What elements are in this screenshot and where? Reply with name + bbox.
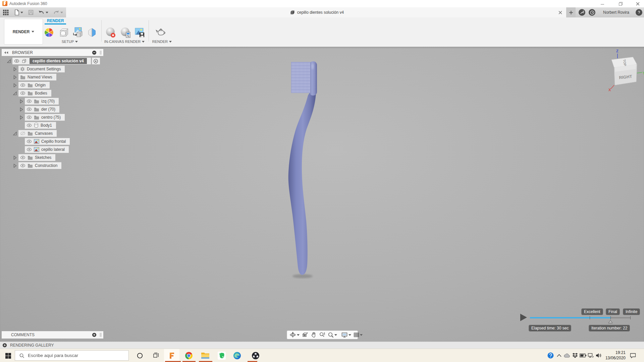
tree-item-der[interactable]: der (70) [2,106,100,113]
taskbar-chrome-icon[interactable] [184,351,193,360]
help-icon[interactable] [636,9,642,16]
visibility-eye-icon[interactable] [26,147,32,152]
search-input[interactable] [28,353,115,358]
collapsed-arrow-icon[interactable] [12,67,17,72]
tab-render[interactable]: RENDER [47,18,64,23]
collapsed-arrow-icon[interactable] [12,163,17,168]
setup-group-label[interactable]: SETUP [54,40,86,44]
tree-item-canvases[interactable]: Canvases [2,130,100,137]
render-play-button[interactable] [520,314,527,321]
start-button-icon[interactable] [5,353,11,359]
slider-marker[interactable] [608,320,613,323]
viewport-canvas[interactable]: TOP RIGHT Z Y X BROWSER cepillo dientes … [0,47,644,342]
tree-item-named-views[interactable]: Named Views [2,74,100,80]
quality-final-label[interactable]: Final [606,308,620,315]
tree-item-document-settings[interactable]: Document Settings [2,66,100,72]
browser-panel-header[interactable]: BROWSER [2,49,103,56]
tree-item-cepillo-frontal[interactable]: Cepillo frontal [2,138,100,145]
tray-chevron-up-icon[interactable] [557,354,561,357]
document-tab[interactable]: cepillo dientes solución v4 [66,7,568,17]
visibility-eye-icon[interactable] [14,59,19,63]
workspace-selector[interactable]: RENDER [4,19,43,45]
collapsed-arrow-icon[interactable] [12,155,17,160]
extensions-icon[interactable] [579,9,585,16]
tree-item-origin[interactable]: Origin [2,82,100,88]
tree-item-centro[interactable]: centro (75) [2,114,100,121]
new-tab-button[interactable] [566,7,576,17]
collapsed-arrow-icon[interactable] [19,115,24,120]
quality-infinite-label[interactable]: Infinite [623,308,640,315]
gallery-plus-icon[interactable] [2,343,7,348]
view-cube[interactable]: TOP RIGHT Z Y X [602,48,644,91]
scene-settings-button[interactable] [58,26,70,39]
taskbar-explorer-icon[interactable] [201,351,210,360]
panel-minus-icon[interactable] [92,50,97,55]
tab-close-icon[interactable] [557,10,563,15]
expand-arrow-icon[interactable] [12,131,17,136]
app-grid-icon[interactable] [3,9,9,16]
tray-help-icon[interactable] [547,352,554,359]
texture-map-controls-button[interactable] [72,26,84,39]
expand-arrow-icon[interactable] [6,59,11,64]
visibility-eye-icon[interactable] [20,164,25,168]
collapsed-arrow-icon[interactable] [19,107,24,112]
file-menu-button[interactable] [14,9,23,16]
expand-arrow-icon[interactable] [12,91,17,96]
save-button[interactable] [28,9,34,16]
tray-dropbox-icon[interactable] [572,353,578,358]
in-canvas-render-settings-button[interactable] [119,26,131,39]
panel-grip[interactable] [100,51,101,55]
action-center-icon[interactable] [630,353,636,358]
restore-button[interactable] [615,0,626,7]
tree-item-body1[interactable]: Body1 [2,122,100,129]
tray-battery-icon[interactable] [580,353,587,358]
undo-button[interactable] [38,9,48,16]
visibility-eye-icon[interactable] [20,156,25,160]
minimize-button[interactable] [597,0,608,7]
tree-item-cepillo-lateral[interactable]: cepillo lateral [2,146,100,153]
tray-onedrive-icon[interactable] [564,353,570,358]
panel-plus-icon[interactable] [92,333,97,337]
taskbar-clock[interactable]: 19:21 13/06/2020 [601,350,626,361]
collapsed-arrow-icon[interactable] [19,99,24,104]
render-quality-slider[interactable] [530,317,631,318]
zoom-window-button[interactable] [327,331,338,338]
close-button[interactable] [632,0,643,7]
zoom-button[interactable] [318,331,326,338]
redo-button[interactable] [53,9,63,16]
look-at-button[interactable] [301,331,309,338]
collapsed-arrow-icon[interactable] [12,83,17,88]
orbit-button[interactable] [289,331,300,338]
visibility-eye-icon[interactable] [26,139,32,143]
in-canvas-render-group-label[interactable]: IN-CANVAS RENDER [103,40,146,44]
comments-panel-header[interactable]: COMMENTS [2,331,103,339]
visibility-eye-icon[interactable] [26,123,32,127]
tree-item-bodies[interactable]: Bodies [2,90,100,97]
taskbar-search-box[interactable] [15,350,129,361]
user-account-button[interactable]: Norbert Rovira [603,7,629,17]
tree-item-izq[interactable]: izq (70) [2,98,100,105]
activate-component-radio[interactable] [92,58,100,64]
grid-layout-button[interactable] [353,332,363,338]
tray-network-icon[interactable] [588,353,594,358]
tree-item-sketches[interactable]: Sketches [2,154,100,161]
appearance-button[interactable] [43,26,55,39]
visibility-eye-off-icon[interactable] [20,131,25,135]
taskbar-fusion360-icon[interactable] [167,351,176,360]
visibility-eye-icon[interactable] [26,115,32,119]
cortana-icon[interactable] [137,353,143,359]
tree-item-root[interactable]: cepillo dientes solución v4 [2,58,100,64]
collapsed-arrow-icon[interactable] [12,75,17,80]
collapse-panel-icon[interactable] [4,51,9,54]
panel-grip[interactable] [100,333,101,337]
in-canvas-render-button[interactable] [105,26,117,39]
rendering-gallery-bar[interactable]: RENDERING GALLERY [0,342,644,349]
task-view-icon[interactable] [153,353,159,359]
job-status-clock-icon[interactable] [589,9,595,16]
visibility-eye-icon[interactable] [20,91,25,95]
taskbar-evernote-icon[interactable] [217,351,226,360]
tree-item-construction[interactable]: Construction [2,162,100,169]
taskbar-edge-icon[interactable] [233,351,241,360]
pan-button[interactable] [310,331,317,338]
visibility-eye-icon[interactable] [26,107,32,111]
